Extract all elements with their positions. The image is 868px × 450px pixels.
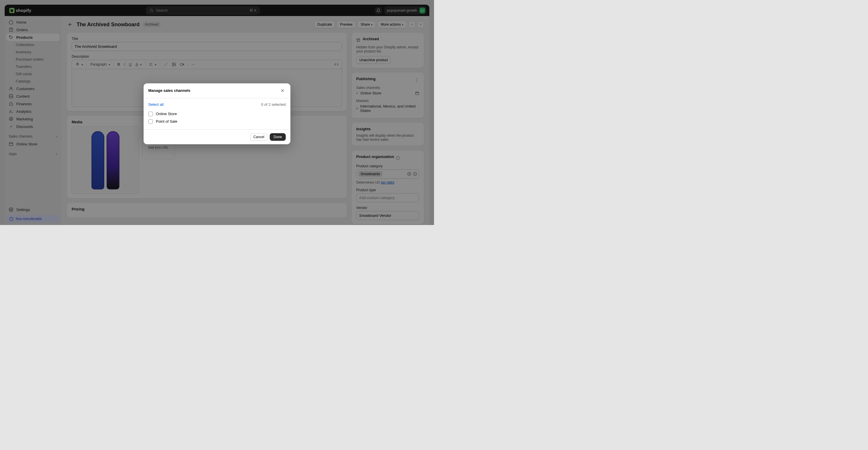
checkbox[interactable]: [148, 112, 153, 116]
close-icon: [280, 88, 285, 93]
manage-sales-channels-modal: Manage sales channels Select all 0 of 2 …: [144, 83, 290, 144]
close-button[interactable]: [279, 87, 286, 94]
checkbox[interactable]: [148, 119, 153, 124]
select-all-link[interactable]: Select all: [148, 102, 164, 107]
channel-option-point-of-sale[interactable]: Point of Sale: [148, 118, 286, 125]
modal-overlay[interactable]: Manage sales channels Select all 0 of 2 …: [0, 0, 434, 225]
done-button[interactable]: Done: [270, 133, 286, 141]
modal-title: Manage sales channels: [148, 88, 190, 93]
cancel-button[interactable]: Cancel: [250, 133, 268, 141]
selection-count: 0 of 2 selected: [261, 102, 286, 107]
channel-option-online-store[interactable]: Online Store: [148, 110, 286, 118]
